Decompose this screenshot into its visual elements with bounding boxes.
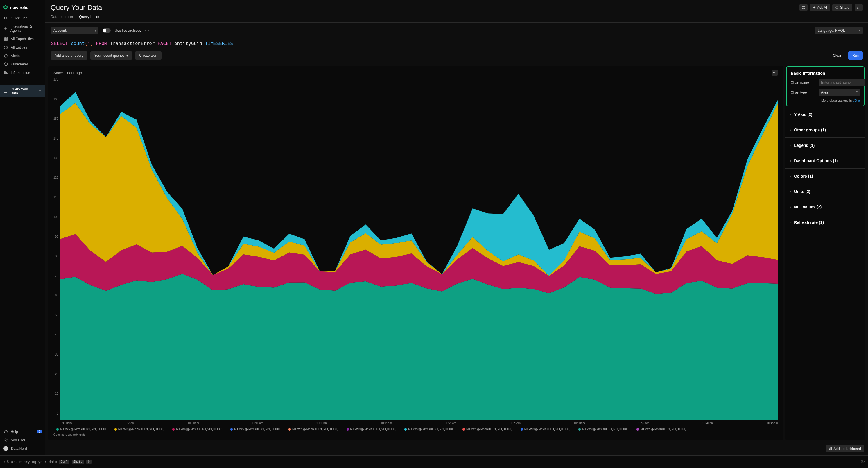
chart-menu-button[interactable]: ⋯ (772, 70, 778, 76)
nrql-editor[interactable]: SELECT count(*) FROM TransactionError FA… (51, 38, 863, 52)
chart-plot[interactable] (60, 78, 778, 420)
accordion-item[interactable]: ›Units (2) (785, 184, 865, 199)
sidebar-item-help[interactable]: Help 5 (0, 427, 45, 436)
sidebar-item-integrations[interactable]: Integrations & Agents (0, 22, 45, 35)
accordion-item[interactable]: ›Other groups (1) (785, 122, 865, 138)
legend-item[interactable]: MTYwNjg2MnxBUE18QVBQTElDQ... (637, 428, 689, 431)
link-button[interactable] (855, 4, 863, 11)
live-archives-toggle[interactable] (102, 28, 111, 33)
more-icon: ⋯ (3, 79, 8, 83)
add-to-dashboard-button[interactable]: Add to dashboard (826, 445, 864, 452)
chevron-right-icon: › (790, 128, 791, 132)
chart-subtitle: Since 1 hour ago (54, 70, 82, 75)
sidebar-item-label: Infrastructure (11, 70, 31, 75)
svg-rect-27 (829, 449, 830, 450)
nrql-keyword: SELECT (51, 41, 68, 46)
clear-button[interactable]: Clear (829, 52, 845, 60)
y-axis: 1701601501401301201101009080706050403020… (54, 78, 60, 420)
share-button[interactable]: Share (832, 4, 852, 11)
accordion: ›Y Axis (3)›Other groups (1)›Legend (1)›… (785, 107, 865, 230)
legend-item[interactable]: MTYwNjg2MnxBUE18QVBQTElDQ... (521, 428, 573, 431)
chevron-right-icon: › (790, 190, 791, 193)
panel-heading: Basic information (791, 71, 860, 76)
accordion-label: Other groups (1) (794, 127, 826, 132)
info-icon[interactable]: ⓘ (145, 28, 149, 33)
grid-icon (3, 37, 8, 41)
command-bar[interactable]: › Start querying your data Ctrl Shift O … (0, 455, 868, 468)
legend-item[interactable]: MTYwNjg2MnxBUE18QVBQTElDQ... (288, 428, 341, 431)
page-title: Query Your Data (51, 3, 102, 11)
ask-ai-button[interactable]: ✦ Ask AI (810, 4, 830, 11)
legend-item[interactable]: MTYwNjg2MnxBUE18QVBQTElDQ... (462, 428, 515, 431)
accordion-item[interactable]: ›Refresh rate (1) (785, 214, 865, 230)
svg-rect-14 (7, 73, 7, 74)
button-label: Ask AI (817, 5, 827, 9)
add-query-button[interactable]: Add another query (51, 52, 87, 60)
language-selector[interactable]: Language: NRQL (815, 27, 863, 34)
chart-type-select[interactable]: Area (818, 89, 860, 96)
sidebar-item-all-entities[interactable]: All Entities (0, 43, 45, 52)
chart-panel: Since 1 hour ago ⋯ 170160150140130120110… (48, 66, 783, 440)
top-actions: ✦ Ask AI Share (800, 4, 863, 11)
sidebar-item-add-user[interactable]: Add User (0, 436, 45, 444)
accordion-item[interactable]: ›Legend (1) (785, 138, 865, 153)
svg-point-0 (4, 17, 6, 19)
sidebar-item-label: Integrations & Agents (10, 24, 41, 33)
sidebar-item-quick-find[interactable]: Quick Find (0, 14, 45, 22)
language-label: Language: NRQL (818, 28, 845, 33)
run-button[interactable]: Run (848, 52, 863, 60)
create-alert-button[interactable]: Create alert (135, 52, 161, 60)
tab-data-explorer[interactable]: Data explorer (51, 14, 73, 22)
chart-name-label: Chart name (791, 81, 815, 85)
legend-item[interactable]: MTYwNjg2MnxBUE18QVBQTElDQ... (56, 428, 108, 431)
kubernetes-icon (3, 62, 8, 66)
accordion-item[interactable]: ›Colors (1) (785, 168, 865, 184)
sidebar-item-more[interactable]: ⋯ (0, 77, 45, 85)
button-label: Add to dashboard (833, 447, 861, 451)
cmd-info-icon[interactable]: ⓘ (861, 459, 865, 464)
svg-rect-6 (4, 39, 5, 40)
recent-queries-button[interactable]: Your recent queries ▾ (90, 52, 132, 60)
sidebar-item-all-capabilities[interactable]: All Capabilities (0, 35, 45, 43)
accordion-item[interactable]: ›Null values (2) (785, 199, 865, 214)
accordion-item[interactable]: ›Dashboard Options (1) (785, 153, 865, 168)
svg-rect-25 (831, 447, 832, 448)
legend-item[interactable]: MTYwNjg2MnxBUE18QVBQTElDQ... (347, 428, 399, 431)
newrelic-logo-icon (3, 5, 8, 10)
sidebar-item-label: Add User (11, 438, 25, 442)
chevron-right-icon: › (790, 221, 791, 224)
legend-item[interactable]: MTYwNjg2MnxBUE18QVBQTElDQ... (404, 428, 457, 431)
logo[interactable]: new relic (0, 2, 45, 14)
sidebar-item-infrastructure[interactable]: Infrastructure (0, 68, 45, 77)
account-selector[interactable]: Account: (51, 27, 98, 34)
sidebar-item-user[interactable]: Data Nerd (0, 444, 45, 453)
sidebar-item-alerts[interactable]: Alerts (0, 52, 45, 60)
query-area: Account: Use live archives ⓘ Language: N… (45, 23, 868, 64)
sparkle-icon: ✦ (813, 5, 816, 9)
basic-information-section: Basic information Chart name Chart type … (786, 66, 865, 106)
legend: MTYwNjg2MnxBUE18QVBQTElDQ...MTYwNjg2MnxB… (54, 428, 778, 431)
query-icon (3, 89, 7, 94)
account-label: Account: (54, 28, 67, 33)
tab-query-builder[interactable]: Query builder (79, 14, 102, 22)
help-button[interactable] (800, 4, 808, 11)
chart-name-input[interactable] (818, 79, 865, 86)
svg-point-10 (5, 56, 6, 57)
io-link[interactable]: I/O (852, 99, 857, 102)
topbar: Query Your Data ✦ Ask AI Share (45, 0, 868, 11)
command-prompt: Start querying your data (7, 460, 57, 464)
sidebar-item-query-your-data[interactable]: Query Your Data (0, 85, 45, 97)
legend-item[interactable]: MTYwNjg2MnxBUE18QVBQTElDQ... (115, 428, 167, 431)
prompt-icon: › (3, 460, 5, 464)
svg-line-1 (6, 19, 7, 20)
pin-icon[interactable] (38, 89, 41, 93)
svg-rect-4 (4, 37, 5, 38)
legend-item[interactable]: MTYwNjg2MnxBUE18QVBQTElDQ... (172, 428, 224, 431)
svg-rect-5 (6, 37, 7, 38)
nrql-paren: ) (90, 41, 93, 46)
legend-item[interactable]: MTYwNjg2MnxBUE18QVBQTElDQ... (230, 428, 283, 431)
legend-item[interactable]: MTYwNjg2MnxBUE18QVBQTElDQ... (578, 428, 631, 431)
accordion-item[interactable]: ›Y Axis (3) (785, 107, 865, 122)
svg-point-19 (5, 439, 6, 440)
sidebar-item-kubernetes[interactable]: Kubernetes (0, 60, 45, 68)
